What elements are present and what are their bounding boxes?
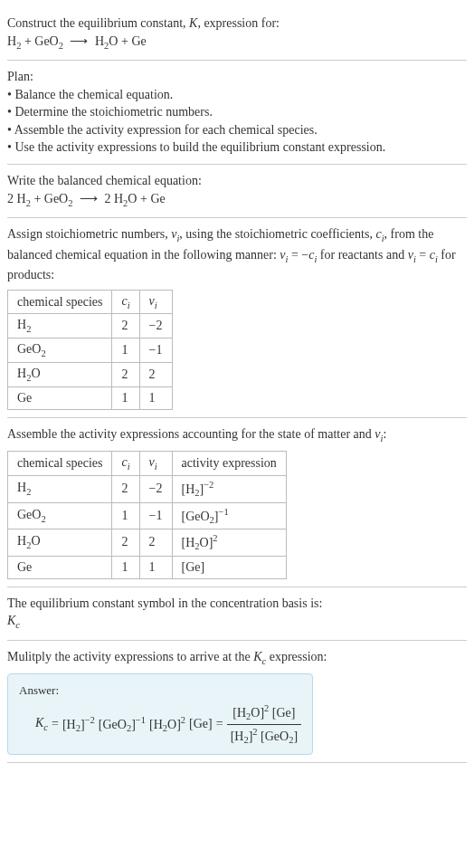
thnui: i <box>155 300 157 310</box>
intro-prefix: Construct the equilibrium constant, <box>7 16 189 30</box>
cell-nu: 2 <box>139 529 172 556</box>
bh2: H <box>17 192 26 205</box>
e2: −1 <box>136 715 146 725</box>
cell-nu: −1 <box>139 339 172 363</box>
cell-species: H2 <box>8 314 112 339</box>
h2-base: H <box>7 34 16 48</box>
cell-species: Ge <box>8 556 112 578</box>
cell-species: H2 <box>8 476 112 502</box>
k-symbol: K <box>189 16 197 30</box>
balanced-equation: 2 H2 + GeO2 ⟶ 2 H2O + Ge <box>7 190 467 210</box>
table-row: H2O 2 2 [H2O]2 <box>8 529 287 556</box>
kc: c <box>15 620 20 630</box>
balanced-section: Write the balanced chemical equation: 2 … <box>7 165 467 218</box>
athci: i <box>128 462 130 472</box>
table-header: chemical species ci νi activity expressi… <box>8 452 287 476</box>
sp1: GeO <box>17 342 41 356</box>
thci: i <box>128 300 130 310</box>
a1e: −1 <box>219 507 229 517</box>
cell-species: GeO2 <box>8 502 112 529</box>
n1: [H <box>232 706 246 720</box>
cell-c: 2 <box>112 476 139 502</box>
at1: Assemble the activity expressions accoun… <box>7 427 374 441</box>
h2o-h: H <box>95 34 104 48</box>
athnui: i <box>155 462 157 472</box>
ac: c <box>43 722 48 732</box>
plan-bullet-2: • Determine the stoichiometric numbers. <box>7 103 467 121</box>
intro-text: Construct the equilibrium constant, K, e… <box>7 14 467 33</box>
mt1: Mulitply the activity expressions to arr… <box>7 650 253 663</box>
arrow-icon: ⟶ <box>70 33 88 51</box>
ath1: chemical species <box>8 452 112 476</box>
d2e: ] <box>293 729 298 742</box>
a0a: [H <box>182 482 195 496</box>
t1: [H <box>62 717 76 730</box>
cell-nu: 1 <box>139 386 172 409</box>
term4: [Ge] <box>189 717 213 731</box>
kc-symbol: Kc <box>7 612 467 632</box>
asp2t: O <box>31 534 40 548</box>
table-header: chemical species ci νi <box>8 290 173 314</box>
bh2o: H <box>114 192 123 205</box>
answer-box: Answer: Kc = [H2]−2 [GeO2]−1 [H2O]2 [Ge]… <box>7 673 313 755</box>
th-species: chemical species <box>8 290 112 314</box>
acolon: : <box>383 427 386 441</box>
cell-c: 2 <box>112 314 139 339</box>
plus2: + <box>118 34 131 48</box>
asp2: H <box>17 534 26 548</box>
cell-activity: [H2]−2 <box>172 476 286 502</box>
th-c: ci <box>112 290 139 314</box>
a2e: 2 <box>213 533 217 543</box>
cell-c: 2 <box>112 529 139 556</box>
table-row: GeO2 1 −1 <box>8 339 173 363</box>
intro-section: Construct the equilibrium constant, K, e… <box>7 7 467 61</box>
sp0: H <box>17 318 26 331</box>
cell-c: 1 <box>112 556 139 578</box>
table-row: Ge 1 1 <box>8 386 173 409</box>
bgeo2: GeO <box>44 192 68 205</box>
table-row: GeO2 1 −1 [GeO2]−1 <box>8 502 287 529</box>
activity-table: chemical species ci νi activity expressi… <box>7 451 287 578</box>
th-nu: νi <box>139 290 172 314</box>
equals1: = <box>52 717 59 731</box>
table-row: Ge 1 1 [Ge] <box>8 556 287 578</box>
activity-text: Assemble the activity expressions accoun… <box>7 425 467 445</box>
table-row: H2O 2 2 <box>8 363 173 387</box>
plan-bullet-1: • Balance the chemical equation. <box>7 86 467 104</box>
stoich-text: Assign stoichiometric numbers, νi, using… <box>7 225 467 284</box>
t2: [GeO <box>99 717 127 730</box>
mk: K <box>253 650 261 663</box>
cell-c: 2 <box>112 363 139 387</box>
eq2a: = <box>416 248 430 262</box>
term1: [H2]−2 <box>62 715 95 733</box>
cell-activity: [GeO2]−1 <box>172 502 286 529</box>
activity-section: Assemble the activity expressions accoun… <box>7 418 467 587</box>
e3: 2 <box>181 715 185 725</box>
asp0: H <box>17 481 26 494</box>
t3: [H <box>149 717 163 730</box>
cell-nu: 1 <box>139 556 172 578</box>
plan-title: Plan: <box>7 68 467 86</box>
plan-bullet-3: • Assemble the activity expression for e… <box>7 121 467 139</box>
sp1s: 2 <box>41 348 45 358</box>
balanced-title: Write the balanced chemical equation: <box>7 172 467 190</box>
answer-label: Answer: <box>19 683 301 698</box>
barrow-icon: ⟶ <box>80 190 98 208</box>
geo2-base: GeO <box>34 34 58 48</box>
d1: [H <box>231 729 244 742</box>
h2o-o: O <box>109 34 118 48</box>
cell-c: 1 <box>112 339 139 363</box>
cell-species: Ge <box>8 386 112 409</box>
equals2: = <box>216 717 223 731</box>
cell-species: H2O <box>8 363 112 387</box>
geo2-sub: 2 <box>59 40 63 50</box>
e1: −2 <box>85 715 95 725</box>
term3: [H2O]2 <box>149 715 185 733</box>
cell-c: 1 <box>112 386 139 409</box>
bplus2: + <box>137 192 150 205</box>
stoich-table: chemical species ci νi H2 2 −2 GeO2 1 −1… <box>7 290 173 410</box>
cell-nu: −1 <box>139 502 172 529</box>
sp2t: O <box>31 367 40 380</box>
stoich-section: Assign stoichiometric numbers, νi, using… <box>7 218 467 418</box>
table-row: H2 2 −2 [H2]−2 <box>8 476 287 502</box>
